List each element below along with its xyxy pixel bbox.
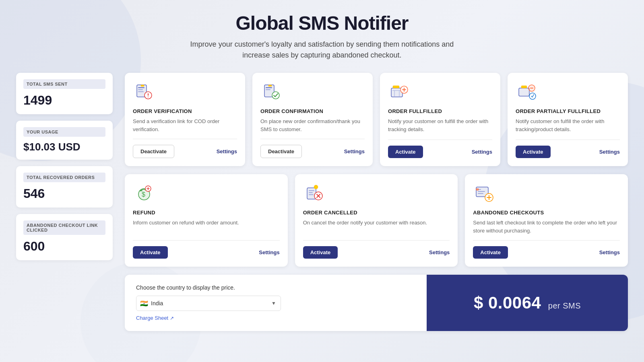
card-refund: $ REFUND Inform customer on refund with …	[125, 174, 288, 267]
svg-rect-20	[519, 88, 529, 96]
activate-order-cancelled-button[interactable]: Activate	[303, 246, 338, 259]
card-refund-desc: Inform customer on refund with order amo…	[133, 219, 280, 234]
settings-order-partial-button[interactable]: Settings	[599, 149, 620, 155]
svg-point-13	[272, 92, 279, 99]
refund-icon: $	[133, 182, 155, 205]
card-order-confirmation-actions: Deactivate Settings	[260, 145, 365, 158]
svg-text:$: $	[142, 191, 145, 198]
settings-order-cancelled-button[interactable]: Settings	[429, 249, 450, 255]
deactivate-order-verification-button[interactable]: Deactivate	[133, 145, 174, 158]
card-abandoned-checkouts-desc: Send last left checkout link to complete…	[473, 219, 620, 234]
stat-card-abandoned-link: ABANDONED CHECKOUT LINK CLICKED 600	[16, 214, 113, 260]
card-order-fulfilled-actions: Activate Settings	[388, 146, 492, 158]
order-cancelled-icon	[303, 182, 326, 205]
charge-sheet-link[interactable]: Charge Sheet ↗	[136, 315, 174, 321]
stat-value-total-sms: 1499	[23, 93, 52, 107]
price-amount: $ 0.0064	[474, 293, 541, 312]
deactivate-order-confirmation-button[interactable]: Deactivate	[260, 145, 302, 158]
abandoned-checkouts-icon	[473, 182, 495, 205]
stat-value-your-usage: $10.03 USD	[23, 141, 80, 153]
pricing-text: $ 0.0064 per SMS	[474, 293, 581, 313]
svg-rect-33	[309, 194, 314, 195]
card-order-partial-desc: Notify customer on fulfill the order wit…	[516, 117, 620, 134]
stat-value-abandoned-link: 600	[23, 239, 45, 253]
order-partial-icon	[516, 81, 538, 103]
card-refund-actions: Activate Settings	[133, 246, 280, 259]
card-abandoned-checkouts: ABANDONED CHECKOUTS Send last left check…	[465, 174, 628, 267]
card-order-cancelled-desc: On cancel the order notify your customer…	[303, 219, 450, 234]
stat-label-recovered-orders: TOTAL RECOVERED ORDERS	[23, 173, 105, 182]
card-order-confirmation-desc: On place new order confirmation/thank yo…	[260, 117, 365, 133]
svg-rect-14	[268, 85, 272, 86]
india-flag-icon: 🇮🇳	[140, 300, 148, 307]
country-select[interactable]: India United States United Kingdom	[136, 296, 281, 311]
svg-rect-18	[393, 86, 399, 88]
country-select-wrapper: 🇮🇳 India United States United Kingdom ▼	[136, 296, 281, 311]
cards-row-1: ORDER VERIFICATION Send a verification l…	[125, 73, 628, 166]
pricing-right-panel: $ 0.0064 per SMS	[427, 275, 628, 331]
settings-order-verification-button[interactable]: Settings	[217, 148, 237, 154]
stat-card-your-usage: YOUR USAGE $10.03 USD	[16, 121, 113, 160]
activate-order-partial-button[interactable]: Activate	[516, 146, 551, 158]
svg-rect-12	[266, 89, 270, 90]
cards-row-2: $ REFUND Inform customer on refund with …	[125, 174, 628, 267]
stats-sidebar: TOTAL SMS SENT 1499 YOUR USAGE $10.03 US…	[16, 73, 113, 260]
card-order-fulfilled-title: ORDER FULLFILLED	[388, 108, 492, 114]
charge-sheet-label: Charge Sheet	[136, 315, 168, 321]
card-order-fulfilled-desc: Notify your customer on fulfill the orde…	[388, 117, 492, 134]
card-order-cancelled-actions: Activate Settings	[303, 246, 450, 259]
svg-rect-41	[476, 189, 479, 190]
external-link-icon: ↗	[170, 315, 174, 321]
pricing-section: Choose the country to display the price.…	[125, 275, 628, 331]
card-order-partial-actions: Activate Settings	[516, 146, 620, 158]
card-order-partial: ORDER PARTIALLY FULLFILLED Notify custom…	[508, 73, 628, 166]
pricing-left-panel: Choose the country to display the price.…	[125, 275, 419, 331]
settings-abandoned-checkouts-button[interactable]: Settings	[599, 249, 620, 255]
card-order-cancelled-title: ORDER CANCELLED	[303, 210, 450, 216]
page-title: Global SMS Notifier	[16, 12, 628, 34]
settings-order-fulfilled-button[interactable]: Settings	[472, 149, 492, 155]
activate-abandoned-checkouts-button[interactable]: Activate	[473, 246, 508, 259]
card-order-confirmation-title: ORDER CONFIRMATION	[260, 108, 365, 114]
svg-rect-4	[138, 91, 144, 92]
stat-card-total-sms: TOTAL SMS SENT 1499	[16, 73, 113, 114]
card-abandoned-checkouts-actions: Activate Settings	[473, 246, 620, 259]
card-order-verification-actions: Deactivate Settings	[133, 145, 237, 158]
stat-card-recovered-orders: TOTAL RECOVERED ORDERS 546	[16, 166, 113, 208]
card-abandoned-checkouts-title: ABANDONED CHECKOUTS	[473, 210, 620, 216]
stat-label-your-usage: YOUR USAGE	[23, 127, 105, 137]
stat-label-abandoned-link: ABANDONED CHECKOUT LINK CLICKED	[23, 220, 105, 235]
svg-rect-11	[266, 87, 272, 88]
svg-rect-6	[148, 93, 149, 96]
order-verification-icon	[133, 81, 155, 103]
svg-rect-8	[141, 85, 144, 86]
price-per-sms: per SMS	[548, 301, 581, 310]
card-refund-title: REFUND	[133, 210, 280, 216]
svg-rect-23	[521, 86, 527, 88]
settings-refund-button[interactable]: Settings	[259, 249, 279, 255]
stat-value-recovered-orders: 546	[23, 186, 45, 201]
svg-rect-40	[478, 193, 483, 194]
country-select-label: Choose the country to display the price.	[136, 284, 407, 291]
card-order-verification: ORDER VERIFICATION Send a verification l…	[125, 73, 245, 166]
activate-order-fulfilled-button[interactable]: Activate	[388, 146, 423, 158]
card-order-partial-title: ORDER PARTIALLY FULLFILLED	[516, 108, 620, 114]
card-order-confirmation: ORDER CONFIRMATION On place new order co…	[252, 73, 373, 166]
content-area: ORDER VERIFICATION Send a verification l…	[125, 73, 628, 331]
card-order-cancelled: ORDER CANCELLED On cancel the order noti…	[295, 174, 458, 267]
card-order-fulfilled: ORDER FULLFILLED Notify your customer on…	[380, 73, 500, 166]
svg-rect-7	[148, 97, 149, 97]
page-subtitle: Improve your customer's loyalty and sati…	[181, 39, 463, 61]
card-order-verification-desc: Send a verification link for COD order v…	[133, 117, 237, 133]
settings-order-confirmation-button[interactable]: Settings	[344, 148, 365, 154]
svg-point-35	[314, 185, 318, 189]
stat-label-total-sms: TOTAL SMS SENT	[23, 79, 105, 89]
order-confirmation-icon	[260, 81, 283, 103]
svg-rect-31	[309, 190, 314, 191]
svg-rect-39	[478, 191, 485, 192]
activate-refund-button[interactable]: Activate	[133, 246, 168, 259]
svg-rect-3	[138, 89, 143, 90]
page-header: Global SMS Notifier Improve your custome…	[16, 12, 628, 61]
svg-rect-2	[138, 87, 144, 88]
card-order-verification-title: ORDER VERIFICATION	[133, 108, 237, 114]
